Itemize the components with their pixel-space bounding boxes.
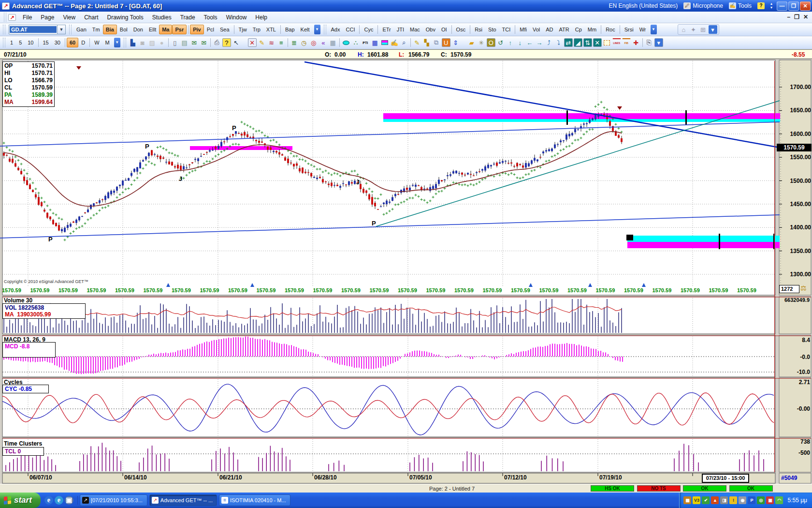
language-indicator[interactable]: EN English (United States) (609, 2, 678, 9)
study-button-gan[interactable]: Gan (73, 25, 89, 34)
study-button-oi[interactable]: OI (438, 25, 450, 34)
context-help-icon[interactable]: ↖ (232, 38, 241, 47)
copy-pages-icon[interactable]: ⧉ (432, 38, 441, 47)
chart-plot[interactable] (0, 59, 812, 484)
study-button-mac[interactable]: Mac (407, 25, 423, 34)
mail-out-icon[interactable]: ✉ (190, 38, 199, 47)
menu-page[interactable]: Page (36, 13, 58, 22)
get-chart-icon[interactable]: ✦ (689, 25, 698, 34)
option-o-icon[interactable]: O (487, 38, 495, 47)
timeframe-button-5[interactable]: 5 (16, 38, 25, 47)
study-button-tm[interactable]: Tm (89, 25, 103, 34)
mdi-minimize-button[interactable]: – (787, 14, 790, 20)
window-icon[interactable]: ⊞ (699, 25, 708, 34)
undo-icon[interactable]: ↺ (496, 38, 505, 47)
zoom-in-icon[interactable]: ⌕ (400, 38, 408, 47)
study-button-cyc[interactable]: Cyc (361, 25, 376, 34)
quicklaunch-desktop-icon[interactable]: ▣ (65, 496, 73, 505)
elbow-up-icon[interactable]: ⤴ (545, 38, 553, 47)
study-button-pcl[interactable]: Pcl (204, 25, 217, 34)
fan-lines-icon[interactable]: « (319, 38, 328, 47)
snapshot-icon[interactable]: ◙ (138, 38, 147, 47)
menu-drawing-tools[interactable]: Drawing Tools (103, 13, 148, 22)
status-indicator-ok[interactable]: OK (683, 485, 726, 492)
study-button-xtl[interactable]: XTL (263, 25, 279, 34)
menu-tools[interactable]: Tools (200, 13, 222, 22)
annotate-icon[interactable]: ✍ (390, 38, 399, 47)
pencil-icon[interactable]: ✎ (413, 38, 421, 47)
menu-grip[interactable] (4, 13, 6, 21)
red-cross-icon[interactable]: ✚ (632, 38, 640, 47)
pan-reset-icon[interactable]: ✕ (593, 38, 602, 47)
tray-v3-icon[interactable]: V3 (693, 496, 700, 504)
chart-window-icon[interactable]: ↗ (8, 14, 16, 21)
arrow-up-icon[interactable]: ↑ (506, 38, 515, 47)
study-button-mfi[interactable]: Mfi (517, 25, 530, 34)
study-button-osc[interactable]: Osc (453, 25, 469, 34)
study-button-wr[interactable]: Wr (637, 25, 649, 34)
close-button[interactable]: ✕ (800, 1, 811, 11)
status-indicator-ok[interactable]: OK (729, 485, 773, 492)
menu-chart[interactable]: Chart (80, 13, 102, 22)
timeframe-button-m[interactable]: M (102, 38, 113, 47)
chart-area[interactable]: OP1570.71HI1570.71LO1566.79CL1570.59PA15… (0, 59, 812, 484)
chart-tools-icon[interactable]: ✳ (477, 38, 486, 47)
new-page-icon[interactable]: ▯ (171, 38, 179, 47)
taskbar-window-isotimia[interactable]: ≡ISOTIMIA 020410 - M... (219, 494, 290, 506)
tray-pg-icon[interactable]: P (748, 496, 755, 504)
timeframe-button-1[interactable]: 1 (7, 38, 16, 47)
study-button-ad[interactable]: AD (543, 25, 556, 34)
grid-icon[interactable]: ▦ (329, 38, 337, 47)
home-icon[interactable]: ⌂ (680, 25, 688, 34)
properties-icon[interactable]: ⎘ (645, 38, 653, 47)
status-indicator-hs-ok[interactable]: HS OK (591, 485, 634, 492)
toolbar1-grip2[interactable] (69, 25, 72, 35)
dotted-box-icon[interactable] (603, 38, 611, 47)
study-button-srsi[interactable]: Srsi (622, 25, 637, 34)
tray-shield-icon[interactable]: ! (729, 496, 737, 504)
lang-help-button[interactable]: ? (757, 2, 765, 9)
tray-volume-icon[interactable]: ◉ (739, 496, 746, 504)
timeframe-button-30[interactable]: 30 (52, 38, 63, 47)
print-icon[interactable]: ⎙ (213, 38, 221, 47)
toolbar-overflow-icon[interactable]: ▾ (654, 38, 663, 47)
grid-blue-icon[interactable]: ▦ (371, 38, 379, 47)
study-button-bap[interactable]: Bap (282, 25, 298, 34)
study-button-tjw[interactable]: Tjw (236, 25, 250, 34)
elbow-down-icon[interactable]: ⤵ (554, 38, 563, 47)
menu-studies[interactable]: Studies (148, 13, 176, 22)
study-button-atr[interactable]: ATR (556, 25, 572, 34)
study-button-etr[interactable]: ETr (379, 25, 393, 34)
menu-window[interactable]: Window (222, 13, 251, 22)
parallel-lines-icon[interactable]: ≡ (277, 38, 286, 47)
symbol-dropdown-icon[interactable]: ▼ (57, 25, 65, 34)
menu-trade[interactable]: Trade (176, 13, 200, 22)
fib-tool-icon[interactable]: FIB (622, 38, 631, 47)
fit-vertical-icon[interactable]: ⇕ (451, 38, 460, 47)
timeframe-button-15[interactable]: 15 (40, 38, 52, 47)
scale-mode-icon[interactable]: ⚖ (800, 284, 807, 292)
regression-icon[interactable]: ≣ (290, 38, 299, 47)
help-icon[interactable]: ? (222, 38, 231, 47)
study-button-cp[interactable]: Cp (572, 25, 585, 34)
study-button-piv[interactable]: Piv (190, 25, 204, 34)
mdi-close-button[interactable]: ✕ (803, 14, 808, 20)
arrow-right-icon[interactable]: → (535, 38, 544, 47)
wave-lines-icon[interactable]: ≋ (267, 38, 276, 47)
menu-view[interactable]: View (58, 13, 80, 22)
status-indicator-no-ts[interactable]: NO TS (637, 485, 681, 492)
study-button-jti[interactable]: JTI (394, 25, 407, 34)
study-button-cci[interactable]: CCI (343, 25, 358, 34)
study-button-mm[interactable]: Mm (585, 25, 599, 34)
study-overflow-icon[interactable]: ▼ (314, 25, 320, 34)
symbol-combo[interactable]: GD.AT ▼ (9, 25, 66, 34)
timeframe-button-10[interactable]: 10 (25, 38, 36, 47)
study-button-tci[interactable]: TCI (499, 25, 514, 34)
tray-spybot-icon[interactable]: ◎ (757, 496, 765, 504)
study-button-ma[interactable]: Ma (159, 25, 172, 34)
lines-tool-icon[interactable]: LINES (612, 38, 621, 47)
study-overflow2-icon[interactable]: ▼ (651, 25, 657, 34)
langbar-options-icon[interactable]: ▴▾ (770, 2, 772, 10)
study-button-rsi[interactable]: Rsi (472, 25, 485, 34)
save-icon[interactable]: ▤ (180, 38, 189, 47)
